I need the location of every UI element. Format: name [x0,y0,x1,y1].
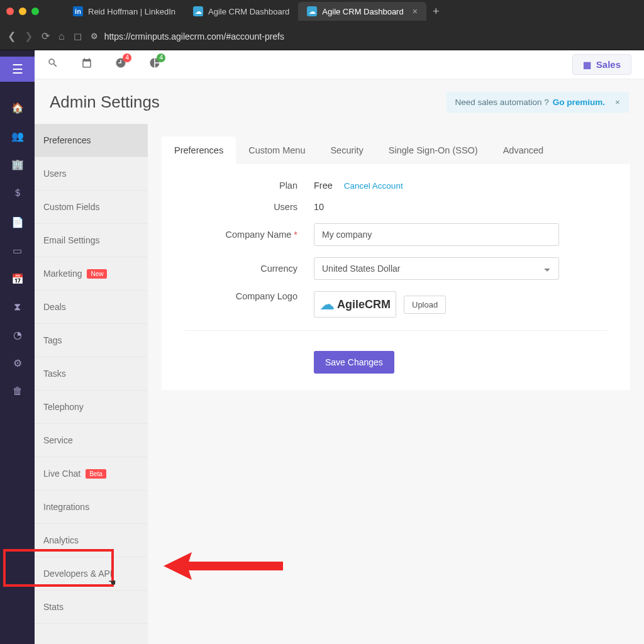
main-panel: Preferences Custom Menu Security Single … [148,124,644,644]
company-logo-preview: ☁ AgileCRM [314,291,396,318]
window-maximize[interactable] [31,8,39,15]
upload-button[interactable]: Upload [404,296,446,314]
tab-security[interactable]: Security [318,136,375,164]
notif-badge: 4 [123,53,131,62]
reload-icon[interactable]: ⟳ [42,30,50,42]
new-tab-button[interactable]: + [426,5,446,18]
calendar-icon[interactable]: 📅 [11,273,24,285]
sidebar-item-preferences[interactable]: Preferences [35,124,148,157]
sidebar-item-tasks[interactable]: Tasks [35,357,148,391]
sidebar-item-stats[interactable]: Stats [35,591,148,624]
site-settings-icon[interactable]: ⚙ [91,31,98,41]
app-topbar: 4 4 ▦ Sales [35,50,644,79]
sidebar-item-email-settings[interactable]: Email Settings [35,224,148,257]
row-company: Company Name* [184,223,608,246]
new-badge: New [87,269,107,279]
sidebar-item-live-chat[interactable]: Live ChatBeta [35,457,148,491]
divider [184,330,608,331]
browser-tab-agile-2[interactable]: ☁ Agile CRM Dashboard × [298,2,426,21]
company-label: Company Name* [184,230,297,240]
currency-select[interactable]: United States Dollar [314,257,559,280]
topbar-right: ▦ Sales [572,54,631,75]
browser-tabs: in Reid Hoffman | LinkedIn ☁ Agile CRM D… [64,0,445,23]
tab-sso[interactable]: Single Sign-On (SSO) [376,136,491,164]
url-bar[interactable]: ⚙ https://crminputs.agilecrm.com/#accoun… [91,31,636,42]
window-close[interactable] [6,8,14,15]
cursor-icon: ☚ [108,577,116,587]
sales-label: Sales [596,59,621,70]
sales-button[interactable]: ▦ Sales [572,54,631,75]
premium-link[interactable]: Go premium. [553,97,605,107]
timeline-icon[interactable]: ⧗ [14,301,21,313]
close-icon[interactable]: × [615,97,620,107]
sidebar-item-integrations[interactable]: Integrations [35,491,148,524]
save-changes-button[interactable]: Save Changes [314,351,394,374]
sidebar-item-deals[interactable]: Deals [35,291,148,324]
sidebar-item-tags[interactable]: Tags [35,324,148,357]
row-plan: Plan Free Cancel Account [184,180,608,191]
activities-icon[interactable]: ▭ [13,245,22,257]
linkedin-icon: in [73,6,83,16]
logo-label: Company Logo [184,291,297,301]
sidebar-item-telephony[interactable]: Telephony [35,391,148,424]
search-icon[interactable] [47,57,58,72]
app-root: ☰ 🏠 👥 🏢 ＄ 📄 ▭ 📅 ⧗ ◔ ⚙ 🗑 4 4 [0,50,644,644]
tab-label: Agile CRM Dashboard [322,7,403,16]
trash-icon[interactable]: 🗑 [13,386,23,397]
users-label: Users [184,202,297,212]
row-currency: Currency United States Dollar [184,257,608,280]
sidebar-item-service[interactable]: Service [35,424,148,457]
users-value: 10 [314,202,324,212]
sidebar-item-analytics[interactable]: Analytics [35,524,148,557]
sidebar-item-marketing[interactable]: MarketingNew [35,257,148,291]
browser-tab-strip: in Reid Hoffman | LinkedIn ☁ Agile CRM D… [0,0,644,23]
premium-text: Need sales automation ? [455,97,549,107]
cloud-icon: ☁ [193,6,203,16]
sidebar-item-developers-api[interactable]: Developers & API [35,557,148,591]
calendar-icon[interactable] [81,57,92,72]
menu-toggle[interactable]: ☰ [0,57,35,82]
home-icon[interactable]: 🏠 [11,102,24,114]
cancel-account-link[interactable]: Cancel Account [344,181,403,191]
browser-tab-agile-1[interactable]: ☁ Agile CRM Dashboard [184,2,298,21]
tab-label: Agile CRM Dashboard [208,7,289,16]
sidebar-item-users[interactable]: Users [35,157,148,191]
window-minimize[interactable] [19,8,26,15]
tab-custom-menu[interactable]: Custom Menu [236,136,318,164]
chart-badge: 4 [157,53,165,62]
timer-icon[interactable]: 4 [115,57,126,72]
contacts-icon[interactable]: 👥 [11,130,24,142]
currency-label: Currency [184,264,297,274]
grid-icon: ▦ [583,60,591,70]
browser-nav-bar: ❮ ❯ ⟳ ⌂ ◻ ⚙ https://crminputs.agilecrm.c… [0,23,644,50]
settings-icon[interactable]: ⚙ [13,357,22,369]
tab-label: Reid Hoffman | LinkedIn [88,7,175,16]
row-users: Users 10 [184,202,608,212]
documents-icon[interactable]: 📄 [11,216,24,228]
content-row: Preferences Users Custom Fields Email Se… [35,124,644,644]
tab-preferences[interactable]: Preferences [162,136,236,164]
company-name-input[interactable] [314,223,559,246]
icon-rail: ☰ 🏠 👥 🏢 ＄ 📄 ▭ 📅 ⧗ ◔ ⚙ 🗑 [0,50,35,644]
sidebar-item-custom-fields[interactable]: Custom Fields [35,191,148,224]
browser-tab-linkedin[interactable]: in Reid Hoffman | LinkedIn [64,2,184,21]
preferences-form: Plan Free Cancel Account Users 10 Compan… [162,164,630,390]
reports-icon[interactable]: ◔ [13,329,22,341]
bookmark-icon[interactable]: ◻ [74,30,82,42]
cloud-icon: ☁ [307,6,317,16]
deals-icon[interactable]: ＄ [13,187,23,200]
page-header: Admin Settings Need sales automation ? G… [35,79,644,124]
page-title: Admin Settings [50,92,160,112]
back-icon[interactable]: ❮ [8,30,16,42]
pie-chart-icon[interactable]: 4 [149,57,160,72]
home-icon[interactable]: ⌂ [58,31,65,42]
page-body: Admin Settings Need sales automation ? G… [35,79,644,644]
premium-banner: Need sales automation ? Go premium. × [447,92,630,113]
window-controls [6,8,39,15]
logo-text: AgileCRM [337,298,391,311]
forward-icon[interactable]: ❯ [25,30,33,42]
tab-advanced[interactable]: Advanced [491,136,557,164]
plan-label: Plan [184,180,297,191]
companies-icon[interactable]: 🏢 [11,158,24,170]
close-icon[interactable]: × [413,6,418,16]
